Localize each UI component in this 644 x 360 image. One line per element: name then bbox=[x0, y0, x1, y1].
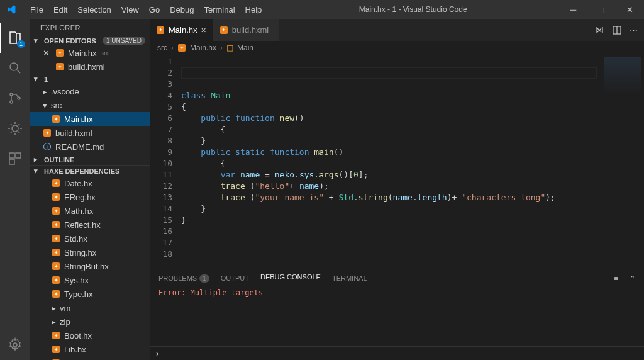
problems-count-badge: 1 bbox=[199, 274, 209, 283]
menu-selection[interactable]: Selection bbox=[72, 1, 116, 18]
folder-item[interactable]: ▸.vscode bbox=[30, 84, 150, 98]
bottom-panel: PROBLEMS1 OUTPUT DEBUG CONSOLE TERMINAL … bbox=[150, 269, 644, 360]
menu-file[interactable]: File bbox=[25, 1, 48, 18]
file-item[interactable]: Lib.hx bbox=[30, 342, 150, 356]
extensions-icon[interactable] bbox=[0, 143, 30, 174]
file-item[interactable]: Math.hx bbox=[30, 204, 150, 218]
file-item[interactable]: StringBuf.hx bbox=[30, 259, 150, 273]
file-item[interactable]: Date.hx bbox=[30, 176, 150, 190]
panel-maximize-icon[interactable]: ⌃ bbox=[630, 274, 635, 283]
close-tab-icon[interactable]: × bbox=[201, 25, 206, 35]
file-item[interactable]: NativeArray.hx bbox=[30, 356, 150, 360]
file-item[interactable]: build.hxml bbox=[30, 126, 150, 140]
tree-item-label: Boot.hx bbox=[64, 331, 92, 340]
close-button[interactable]: ✕ bbox=[616, 0, 644, 19]
tab-label: Main.hx bbox=[169, 25, 197, 35]
file-item[interactable]: Std.hx bbox=[30, 232, 150, 245]
panel-tab-output[interactable]: OUTPUT bbox=[221, 274, 249, 282]
panel-tab-debug-console[interactable]: DEBUG CONSOLE bbox=[260, 273, 321, 283]
haxe-file-icon bbox=[52, 276, 60, 284]
debug-input-bar[interactable]: › bbox=[150, 346, 644, 360]
tree-item-label: StringBuf.hx bbox=[64, 262, 109, 271]
tree-item-label: zip bbox=[60, 317, 70, 327]
breadcrumb[interactable]: src › Main.hx › ◫ Main bbox=[150, 41, 644, 55]
more-actions-icon[interactable]: ⋯ bbox=[630, 25, 638, 35]
vscode-logo bbox=[6, 4, 16, 14]
compare-changes-icon[interactable] bbox=[594, 25, 604, 35]
breadcrumb-folder[interactable]: src bbox=[157, 43, 167, 52]
haxe-file-icon bbox=[52, 262, 60, 270]
haxe-dependencies-header[interactable]: ▾ HAXE DEPENDENCIES bbox=[30, 165, 150, 176]
settings-gear-icon[interactable] bbox=[0, 330, 30, 360]
tree-item-label: build.hxml bbox=[55, 128, 92, 138]
tree-item-label: Date.hx bbox=[64, 179, 92, 188]
folder-tree: ▸.vscode▾srcMain.hxbuild.hxmlREADME.md bbox=[30, 84, 150, 154]
outline-header[interactable]: ▸ OUTLINE bbox=[30, 154, 150, 165]
haxe-file-icon bbox=[56, 63, 64, 70]
file-item[interactable]: String.hx bbox=[30, 245, 150, 259]
haxe-file-icon bbox=[56, 49, 64, 57]
open-editor-item[interactable]: build.hxml bbox=[30, 60, 150, 74]
svg-rect-7 bbox=[9, 159, 14, 164]
minimap[interactable] bbox=[600, 55, 644, 269]
tree-item-label: String.hx bbox=[64, 248, 96, 257]
file-item[interactable]: Boot.hx bbox=[30, 329, 150, 342]
split-editor-icon[interactable] bbox=[612, 25, 622, 35]
tree-item-label: Std.hx bbox=[64, 234, 87, 244]
panel-tab-problems[interactable]: PROBLEMS1 bbox=[158, 274, 209, 282]
menu-help[interactable]: Help bbox=[240, 1, 267, 18]
source-control-icon[interactable] bbox=[0, 83, 30, 113]
minimize-button[interactable]: ─ bbox=[559, 0, 587, 19]
haxe-file-icon bbox=[52, 207, 60, 215]
breadcrumb-symbol[interactable]: Main bbox=[237, 43, 253, 52]
breadcrumb-file[interactable]: Main.hx bbox=[190, 43, 216, 52]
chevron-down-icon: ▾ bbox=[43, 101, 47, 110]
svg-point-0 bbox=[10, 63, 18, 70]
tree-item-label: Math.hx bbox=[64, 206, 93, 216]
sidebar: EXPLORER ▾ OPEN EDITORS 1 UNSAVED ✕Main.… bbox=[30, 19, 150, 360]
menu-go[interactable]: Go bbox=[144, 1, 165, 18]
code-content[interactable]: class Main{ public function new() { } pu… bbox=[181, 55, 644, 269]
menu-terminal[interactable]: Terminal bbox=[199, 1, 240, 18]
file-item[interactable]: Type.hx bbox=[30, 287, 150, 301]
file-item[interactable]: Reflect.hx bbox=[30, 218, 150, 232]
file-item[interactable]: EReg.hx bbox=[30, 190, 150, 204]
close-icon[interactable]: ✕ bbox=[43, 48, 52, 58]
maximize-button[interactable]: ◻ bbox=[587, 0, 616, 19]
unsaved-badge: 1 UNSAVED bbox=[103, 37, 145, 45]
haxe-file-icon bbox=[52, 290, 60, 298]
open-editors-header[interactable]: ▾ OPEN EDITORS 1 UNSAVED bbox=[30, 35, 150, 46]
tree-item-label: src bbox=[51, 101, 62, 110]
file-item[interactable]: Main.hx bbox=[30, 112, 150, 126]
panel-filter-icon[interactable]: ≡ bbox=[614, 274, 618, 282]
tree-item-label: Sys.hx bbox=[64, 276, 89, 285]
svg-rect-6 bbox=[16, 153, 21, 158]
activity-bar: 1 bbox=[0, 19, 30, 360]
debug-console-output[interactable]: Error: Multiple targets bbox=[150, 287, 644, 346]
explorer-icon[interactable]: 1 bbox=[0, 23, 30, 53]
folder-item[interactable]: ▸vm bbox=[30, 301, 150, 315]
menu-view[interactable]: View bbox=[116, 1, 144, 18]
haxe-file-icon bbox=[52, 235, 60, 242]
debug-icon[interactable] bbox=[0, 113, 30, 143]
code-editor[interactable]: 123456789101112131415161718 class Main{ … bbox=[150, 55, 644, 269]
file-item[interactable]: Sys.hx bbox=[30, 273, 150, 287]
file-path-hint: src bbox=[101, 49, 110, 57]
search-icon[interactable] bbox=[0, 53, 30, 83]
file-item[interactable]: README.md bbox=[30, 140, 150, 154]
open-editor-item[interactable]: ✕Main.hxsrc bbox=[30, 46, 150, 60]
haxe-file-icon bbox=[52, 346, 60, 353]
editor-tab[interactable]: Main.hx× bbox=[150, 19, 213, 41]
line-numbers: 123456789101112131415161718 bbox=[150, 55, 181, 269]
tree-item-label: Type.hx bbox=[64, 290, 93, 299]
info-file-icon bbox=[43, 143, 51, 150]
sidebar-title: EXPLORER bbox=[30, 19, 150, 35]
menu-debug[interactable]: Debug bbox=[165, 1, 199, 18]
editor-tab[interactable]: build.hxml bbox=[213, 19, 280, 41]
folder-header[interactable]: ▾ 1 bbox=[30, 74, 150, 84]
menu-edit[interactable]: Edit bbox=[48, 1, 72, 18]
folder-item[interactable]: ▾src bbox=[30, 98, 150, 112]
panel-tab-terminal[interactable]: TERMINAL bbox=[332, 274, 367, 282]
haxe-file-icon bbox=[178, 44, 186, 52]
folder-item[interactable]: ▸zip bbox=[30, 315, 150, 329]
